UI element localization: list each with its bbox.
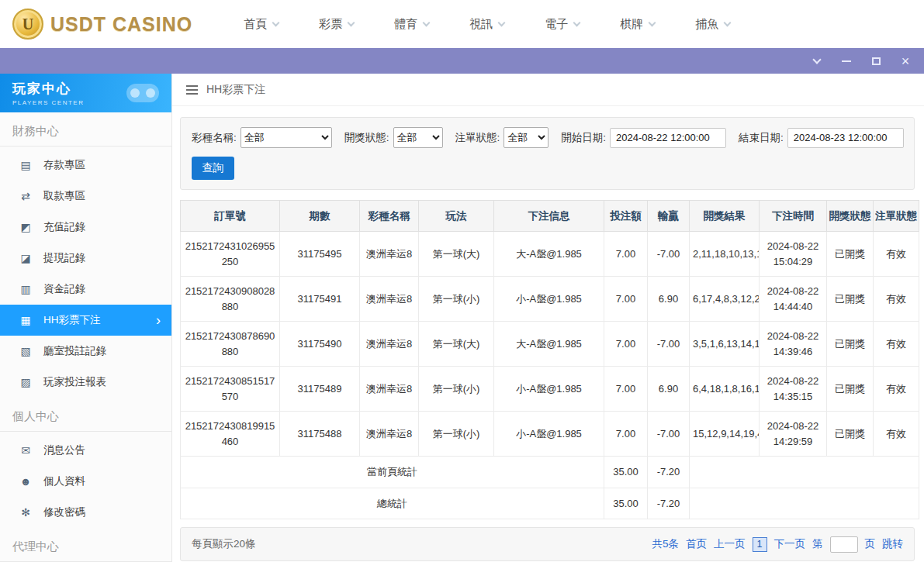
announcement-icon: ✉: [19, 444, 33, 457]
window-chevron-down-icon[interactable]: [811, 55, 823, 67]
prev-page-link[interactable]: 上一页: [714, 537, 746, 551]
hall-bets-icon: ▧: [19, 345, 33, 357]
cell-draw-status: 已開獎: [827, 412, 874, 457]
table-row: 215217243087869088031175490澳洲幸运8第一球(大)大-…: [181, 322, 919, 367]
page-jump-suffix: 页: [865, 537, 876, 551]
lottery-name-select[interactable]: 全部: [241, 127, 332, 148]
cell-bet-info: 大-A盤@1.985: [494, 232, 604, 277]
column-header-order-no: 訂單號: [181, 201, 280, 232]
draw-status-filter: 開獎狀態: 全部: [344, 127, 443, 148]
cell-win-loss: -7.00: [648, 322, 690, 367]
sidebar-item-announcements[interactable]: ✉消息公告: [0, 435, 171, 466]
sidebar-item-hh-lottery-bets[interactable]: ▦HH彩票下注›: [0, 305, 171, 336]
chevron-down-icon: [573, 19, 581, 26]
cell-play-type: 第一球(小): [419, 277, 494, 322]
sidebar-header: 玩家中心 PLAYERS CENTER: [0, 74, 171, 112]
first-page-link[interactable]: 首页: [686, 537, 707, 551]
table-row: 215217243102695525031175495澳洲幸运8第一球(大)大-…: [181, 232, 919, 277]
nav-item-label: 彩票: [319, 17, 342, 32]
pagination-bar: 每頁顯示20條 共5条 首页 上一页 1 下一页 第 页 跳转: [180, 527, 915, 561]
chevron-down-icon: [498, 19, 506, 26]
window-close-button[interactable]: ×: [899, 55, 912, 67]
page-jump-link[interactable]: 跳转: [882, 537, 903, 551]
sidebar-item-funds-records[interactable]: ▥資金記錄: [0, 274, 171, 305]
sidebar-item-player-bet-report[interactable]: ▨玩家投注報表: [0, 367, 171, 398]
gear-icon: ✻: [19, 506, 33, 519]
nav-item-sports[interactable]: 體育: [394, 17, 429, 32]
sidebar-item-recharge-records[interactable]: ◩充值記錄: [0, 212, 171, 243]
next-page-link[interactable]: 下一页: [774, 537, 806, 551]
lottery-name-label: 彩種名稱:: [192, 131, 237, 145]
nav-item-board-games[interactable]: 棋牌: [620, 17, 655, 32]
cell-win-loss: 6.90: [648, 367, 690, 412]
order-status-filter: 注單狀態: 全部: [455, 127, 549, 148]
sidebar-item-withdrawal-records[interactable]: ◪提現記錄: [0, 243, 171, 274]
nav-item-lottery[interactable]: 彩票: [319, 17, 354, 32]
filter-row: 彩種名稱: 全部 開獎狀態: 全部 注單狀態: 全: [192, 127, 903, 148]
cell-period: 31175488: [280, 412, 360, 457]
cell-bet-time: 2024-08-22 14:39:46: [760, 322, 827, 367]
order-status-select[interactable]: 全部: [504, 127, 549, 148]
page-number-input[interactable]: [830, 536, 858, 553]
sidebar-item-label: 廳室投註記錄: [43, 344, 106, 358]
column-header-bet-time: 下注時間: [760, 201, 827, 232]
bet-report-icon: ▨: [19, 376, 33, 388]
cell-draw-result: 6,4,18,1,8,16,17,13: [690, 367, 760, 412]
start-date-input[interactable]: [610, 128, 726, 148]
main-content: HH彩票下注 彩種名稱: 全部 開獎狀態: 全部: [172, 74, 924, 562]
cell-bet-time: 2024-08-22 14:44:40: [760, 277, 827, 322]
sidebar-item-profile[interactable]: ☻個人資料: [0, 466, 171, 497]
chevron-right-icon: ›: [156, 312, 161, 329]
withdrawal-record-icon: ◪: [19, 252, 33, 264]
cell-period: 31175490: [280, 322, 360, 367]
brand-logo[interactable]: U USDT CASINO: [12, 9, 192, 40]
menu-toggle-icon[interactable]: [186, 85, 198, 95]
cell-lottery-name: 澳洲幸运8: [360, 412, 419, 457]
nav-item-fishing[interactable]: 捕魚: [695, 17, 730, 32]
sidebar-item-withdraw-zone[interactable]: ⇄取款專區: [0, 181, 171, 212]
cell-bet-time: 2024-08-22 15:04:29: [760, 232, 827, 277]
cell-period: 31175491: [280, 277, 360, 322]
cell-draw-status: 已開獎: [827, 322, 874, 367]
coin-letter: U: [22, 16, 33, 33]
page-title: HH彩票下注: [206, 83, 265, 97]
sidebar-item-deposit-zone[interactable]: ▤存款專區: [0, 150, 171, 181]
nav-item-label: 電子: [545, 17, 568, 32]
cell-order-status: 有效: [874, 232, 919, 277]
cell-bet-amount: 7.00: [604, 367, 648, 412]
nav-item-video[interactable]: 視訊: [469, 17, 504, 32]
window-minimize-button[interactable]: [840, 55, 853, 67]
column-header-bet-info: 下注信息: [494, 201, 604, 232]
cell-bet-info: 大-A盤@1.985: [494, 322, 604, 367]
search-button[interactable]: 查詢: [192, 157, 234, 180]
sidebar-item-label: 個人資料: [43, 474, 85, 488]
nav-item-electronic[interactable]: 電子: [545, 17, 580, 32]
draw-status-select[interactable]: 全部: [393, 127, 443, 148]
end-date-label: 結束日期:: [739, 131, 784, 145]
cell-bet-time: 2024-08-22 14:35:15: [760, 367, 827, 412]
gamepad-icon: [126, 84, 159, 102]
brand-name: USDT CASINO: [50, 13, 192, 36]
summary-bet-total: 35.00: [604, 488, 648, 519]
start-date-filter: 開始日期:: [561, 128, 726, 148]
cell-bet-info: 小-A盤@1.985: [494, 412, 604, 457]
table-row: 215217243090802888031175491澳洲幸运8第一球(小)小-…: [181, 277, 919, 322]
current-page[interactable]: 1: [753, 537, 767, 552]
window-maximize-button[interactable]: [870, 55, 882, 67]
top-header: U USDT CASINO 首頁彩票體育視訊電子棋牌捕魚: [0, 0, 924, 48]
sidebar-item-change-password[interactable]: ✻修改密碼: [0, 497, 171, 528]
cell-play-type: 第一球(小): [419, 367, 494, 412]
sidebar-item-label: 存款專區: [43, 158, 85, 172]
cell-play-type: 第一球(小): [419, 412, 494, 457]
sidebar-item-hall-bet-records[interactable]: ▧廳室投註記錄: [0, 336, 171, 367]
cell-order-no: 2152172430908028880: [181, 277, 280, 322]
nav-item-label: 棋牌: [620, 17, 643, 32]
summary-empty: [690, 457, 919, 488]
cell-draw-result: 6,17,4,8,3,12,2,16: [690, 277, 760, 322]
total-summary-row: 總統計35.00-7.20: [181, 488, 919, 519]
nav-item-home[interactable]: 首頁: [244, 17, 279, 32]
recharge-record-icon: ◩: [19, 221, 33, 233]
sidebar-item-label: 提現記錄: [43, 251, 85, 265]
end-date-input[interactable]: [787, 128, 904, 148]
cell-play-type: 第一球(大): [419, 322, 494, 367]
